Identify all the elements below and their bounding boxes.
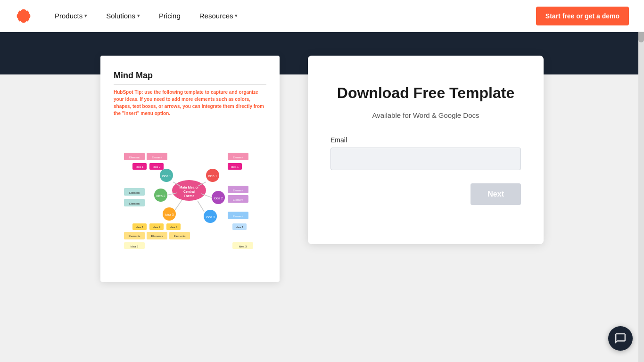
- svg-text:Element: Element: [152, 156, 162, 159]
- hubspot-tip-label: HubSpot Tip:: [114, 90, 143, 95]
- chat-widget-button[interactable]: [608, 326, 633, 351]
- start-free-button[interactable]: Start free or get a demo: [536, 7, 629, 25]
- svg-text:Central: Central: [183, 190, 195, 193]
- preview-card: Mind Map HubSpot Tip: use the following …: [100, 56, 280, 282]
- nav-links: Products ▾ Solutions ▾ Pricing Resources…: [47, 8, 536, 24]
- svg-text:Idea 1: Idea 1: [162, 174, 171, 178]
- svg-text:Idea 2: Idea 2: [156, 194, 165, 197]
- svg-text:Idea 1: Idea 1: [136, 165, 144, 168]
- svg-text:Element: Element: [233, 198, 243, 201]
- form-title: Download Free Template: [337, 84, 514, 102]
- form-subtitle: Available for Word & Google Docs: [372, 111, 479, 119]
- svg-text:Idea 3: Idea 3: [239, 245, 247, 248]
- svg-text:Elements: Elements: [173, 235, 185, 238]
- svg-line-27: [175, 200, 182, 210]
- svg-text:Idea 2: Idea 2: [214, 197, 223, 200]
- svg-text:Idea 2: Idea 2: [153, 165, 161, 168]
- mindmap-container: Main Idea or Central Theme Idea 1 Idea 2…: [114, 124, 266, 266]
- svg-text:Element: Element: [233, 215, 243, 218]
- svg-text:Idea 1: Idea 1: [231, 165, 239, 168]
- svg-text:Elements: Elements: [128, 235, 140, 238]
- svg-text:Element: Element: [129, 191, 140, 194]
- nav-item-solutions[interactable]: Solutions ▾: [99, 8, 148, 24]
- preview-title: Mind Map: [114, 71, 266, 85]
- chat-icon: [614, 332, 627, 345]
- svg-text:Idea 3: Idea 3: [206, 215, 215, 219]
- nav-item-products[interactable]: Products ▾: [47, 8, 95, 24]
- svg-text:Idea 3: Idea 3: [131, 245, 139, 248]
- form-actions: Next: [330, 183, 521, 205]
- next-button[interactable]: Next: [471, 183, 521, 205]
- scrollbar[interactable]: [638, 0, 644, 362]
- svg-line-30: [198, 201, 204, 212]
- svg-text:Main Idea or: Main Idea or: [180, 186, 199, 189]
- form-card: Download Free Template Available for Wor…: [308, 56, 544, 244]
- email-form-group: Email: [330, 136, 521, 170]
- svg-text:Idea 1: Idea 1: [208, 174, 217, 178]
- nav-solutions-label: Solutions: [106, 12, 135, 20]
- svg-text:Element: Element: [129, 202, 140, 205]
- hubspot-logo[interactable]: [15, 8, 32, 25]
- svg-text:Idea 3: Idea 3: [165, 213, 174, 216]
- svg-text:Element: Element: [129, 156, 140, 159]
- content-area: Mind Map HubSpot Tip: use the following …: [0, 74, 644, 362]
- svg-text:Element: Element: [233, 189, 243, 192]
- solutions-chevron-icon: ▾: [137, 13, 140, 19]
- svg-text:Idea 1: Idea 1: [236, 226, 244, 229]
- preview-tip: HubSpot Tip: use the following template …: [114, 89, 266, 117]
- svg-text:Idea 2: Idea 2: [153, 226, 161, 229]
- svg-text:Theme: Theme: [184, 194, 195, 197]
- email-input[interactable]: [330, 148, 521, 170]
- svg-text:Idea 3: Idea 3: [170, 226, 178, 229]
- nav-item-resources[interactable]: Resources ▾: [192, 8, 246, 24]
- svg-text:Elements: Elements: [151, 235, 163, 238]
- nav-products-label: Products: [55, 12, 83, 20]
- svg-text:Element: Element: [233, 156, 243, 159]
- navbar: Products ▾ Solutions ▾ Pricing Resources…: [0, 0, 644, 32]
- nav-item-pricing[interactable]: Pricing: [151, 8, 188, 24]
- nav-resources-label: Resources: [199, 12, 233, 20]
- resources-chevron-icon: ▾: [235, 13, 238, 19]
- nav-pricing-label: Pricing: [159, 12, 181, 20]
- email-label: Email: [330, 136, 521, 144]
- svg-text:Idea 1: Idea 1: [136, 226, 144, 229]
- products-chevron-icon: ▾: [84, 13, 87, 19]
